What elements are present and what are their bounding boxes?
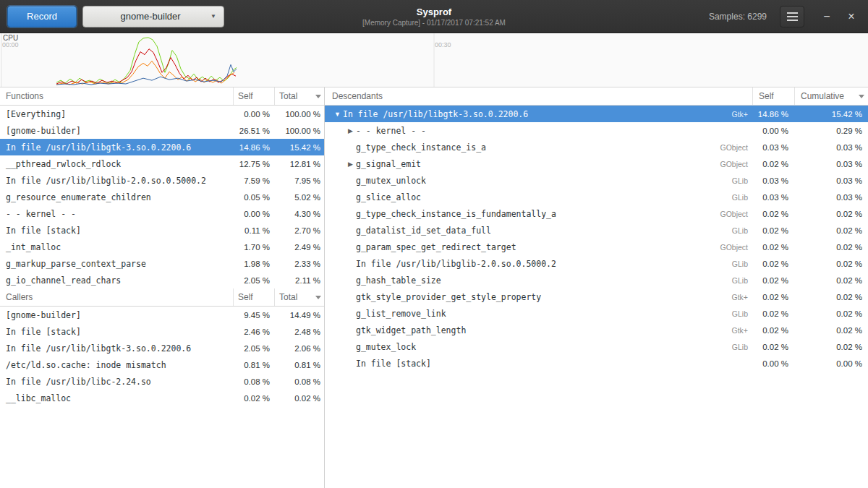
caller-row[interactable]: In file [stack]2.46 %2.48 % [0, 323, 324, 340]
cumulative-percent: 0.02 % [794, 276, 868, 285]
function-row[interactable]: g_markup_parse_context_parse1.98 %2.33 % [0, 255, 324, 272]
cumulative-percent: 0.03 % [794, 176, 868, 185]
self-percent: 0.00 % [233, 110, 274, 119]
function-row[interactable]: In file /usr/lib/libgtk-3.so.0.2200.614.… [0, 139, 324, 155]
main-content: Functions Self Total [Everything]0.00 %1… [0, 87, 868, 488]
cumulative-percent: 0.03 % [794, 143, 868, 152]
descendant-name-cell: g_type_check_instance_is_fundamentally_a [325, 209, 702, 219]
self-percent: 0.02 % [752, 210, 794, 218]
descendant-name-cell: g_mutex_lock [325, 342, 702, 352]
caller-row[interactable]: /etc/ld.so.cache: inode mismatch0.81 %0.… [0, 356, 324, 373]
self-percent: 0.02 % [752, 160, 794, 168]
descendant-name: g_param_spec_get_redirect_target [356, 242, 516, 252]
descendant-row[interactable]: g_list_remove_linkGLib0.02 %0.02 % [325, 305, 868, 322]
caller-row[interactable]: [gnome-builder]9.45 %14.49 % [0, 307, 324, 323]
function-row[interactable]: - - kernel - -0.00 %4.30 % [0, 205, 324, 222]
descendant-name-cell: ▼In file /usr/lib/libgtk-3.so.0.2200.6 [325, 109, 702, 119]
descendant-row[interactable]: ▼In file /usr/lib/libgtk-3.so.0.2200.6Gt… [325, 106, 868, 122]
close-button[interactable]: × [842, 6, 861, 27]
expander-closed-icon[interactable]: ▶ [345, 127, 356, 134]
function-row[interactable]: [Everything]0.00 %100.00 % [0, 106, 324, 122]
function-name: In file [stack] [0, 226, 233, 236]
descendant-row[interactable]: g_type_check_instance_is_aGObject0.03 %0… [325, 139, 868, 155]
self-percent: 1.70 % [233, 243, 274, 252]
minimize-icon: − [823, 10, 830, 23]
total-percent: 2.49 % [274, 243, 324, 252]
caller-row[interactable]: __libc_malloc0.02 %0.02 % [0, 390, 324, 406]
self-percent: 0.02 % [752, 343, 794, 351]
descendant-row[interactable]: g_mutex_lockGLib0.02 %0.02 % [325, 338, 868, 355]
callers-column-header[interactable]: Callers [0, 288, 233, 306]
self-percent: 0.02 % [752, 326, 794, 335]
function-row[interactable]: __pthread_rwlock_rdlock12.75 %12.81 % [0, 155, 324, 172]
cumulative-percent: 0.02 % [794, 309, 868, 318]
cumulative-percent: 0.03 % [794, 160, 868, 168]
self-percent: 0.05 % [233, 193, 274, 202]
descendant-row[interactable]: g_type_check_instance_is_fundamentally_a… [325, 205, 868, 222]
expander-open-icon[interactable]: ▼ [332, 111, 343, 118]
library-category-label: GLib [702, 226, 752, 235]
process-selector-dropdown[interactable]: gnome-builder ▼ [82, 6, 224, 27]
total-percent: 0.02 % [274, 394, 324, 403]
cumulative-percent: 0.02 % [794, 243, 868, 252]
functions-self-column-header[interactable]: Self [233, 87, 274, 105]
caller-row[interactable]: In file /usr/lib/libgtk-3.so.0.2200.62.0… [0, 340, 324, 356]
descendant-row[interactable]: In file /usr/lib/libglib-2.0.so.0.5000.2… [325, 255, 868, 272]
function-row[interactable]: In file /usr/lib/libglib-2.0.so.0.5000.2… [0, 172, 324, 189]
descendant-row[interactable]: ▶- - kernel - -0.00 %0.29 % [325, 122, 868, 139]
cpu-graph[interactable]: CPU 00:0000:30 [0, 33, 868, 87]
minimize-button[interactable]: − [817, 6, 836, 27]
descendants-self-column-header[interactable]: Self [752, 87, 794, 105]
descendant-row[interactable]: ▶g_signal_emitGObject0.02 %0.03 % [325, 155, 868, 172]
function-row[interactable]: _int_malloc1.70 %2.49 % [0, 239, 324, 255]
library-category-label: Gtk+ [702, 326, 752, 335]
self-percent: 0.11 % [233, 226, 274, 235]
function-name: g_io_channel_read_chars [0, 275, 233, 286]
descendant-row[interactable]: g_mutex_unlockGLib0.03 %0.03 % [325, 172, 868, 189]
function-name: __pthread_rwlock_rdlock [0, 159, 233, 169]
descendant-name: In file [stack] [356, 359, 431, 369]
descendant-name-cell: g_param_spec_get_redirect_target [325, 242, 702, 252]
descendant-name: g_mutex_lock [356, 342, 416, 352]
function-name: In file /usr/lib/libgtk-3.so.0.2200.6 [0, 142, 233, 153]
function-row[interactable]: g_resource_enumerate_children0.05 %5.02 … [0, 189, 324, 205]
self-percent: 0.02 % [752, 293, 794, 301]
descendant-row[interactable]: g_hash_table_sizeGLib0.02 %0.02 % [325, 272, 868, 288]
menu-button[interactable] [780, 6, 804, 27]
cumulative-percent: 0.00 % [794, 359, 868, 368]
self-percent: 14.86 % [752, 110, 794, 119]
descendant-row[interactable]: In file [stack]0.00 %0.00 % [325, 355, 868, 372]
callers-self-column-header[interactable]: Self [233, 288, 274, 306]
self-percent: 0.02 % [752, 276, 794, 285]
self-percent: 14.86 % [233, 143, 274, 152]
descendants-table: ▼In file /usr/lib/libgtk-3.so.0.2200.6Gt… [325, 106, 868, 372]
descendant-name: gtk_widget_path_length [356, 325, 466, 335]
descendant-name: g_hash_table_size [356, 275, 441, 286]
function-row[interactable]: [gnome-builder]26.51 %100.00 % [0, 122, 324, 139]
self-percent: 12.75 % [233, 160, 274, 168]
function-row[interactable]: In file [stack]0.11 %2.70 % [0, 222, 324, 239]
caller-row[interactable]: In file /usr/lib/libc-2.24.so0.08 %0.08 … [0, 373, 324, 390]
expander-closed-icon[interactable]: ▶ [345, 160, 356, 168]
total-percent: 0.81 % [274, 361, 324, 369]
descendant-row[interactable]: gtk_widget_path_lengthGtk+0.02 %0.02 % [325, 322, 868, 338]
functions-total-column-header[interactable]: Total [274, 87, 324, 105]
functions-column-header[interactable]: Functions [0, 87, 233, 105]
library-category-label: GLib [702, 260, 752, 268]
descendant-row[interactable]: g_param_spec_get_redirect_targetGObject0… [325, 239, 868, 255]
record-button[interactable]: Record [7, 6, 77, 27]
descendant-name: g_mutex_unlock [356, 176, 426, 186]
right-pane: Descendants Self Cumulative ▼In file /us… [324, 87, 868, 488]
library-category-label: GObject [702, 143, 752, 152]
descendant-row[interactable]: g_slice_allocGLib0.03 %0.03 % [325, 189, 868, 205]
descendant-name: gtk_style_provider_get_style_property [356, 292, 541, 302]
self-percent: 0.02 % [752, 309, 794, 318]
descendants-column-header[interactable]: Descendants [325, 87, 752, 105]
descendant-name: g_list_remove_link [356, 309, 446, 319]
function-row[interactable]: g_io_channel_read_chars2.05 %2.11 % [0, 272, 324, 288]
descendant-row[interactable]: gtk_style_provider_get_style_propertyGtk… [325, 288, 868, 305]
descendant-row[interactable]: g_datalist_id_set_data_fullGLib0.02 %0.0… [325, 222, 868, 239]
self-percent: 0.02 % [233, 394, 274, 403]
descendants-cumulative-column-header[interactable]: Cumulative [794, 87, 868, 105]
callers-total-column-header[interactable]: Total [274, 288, 324, 306]
